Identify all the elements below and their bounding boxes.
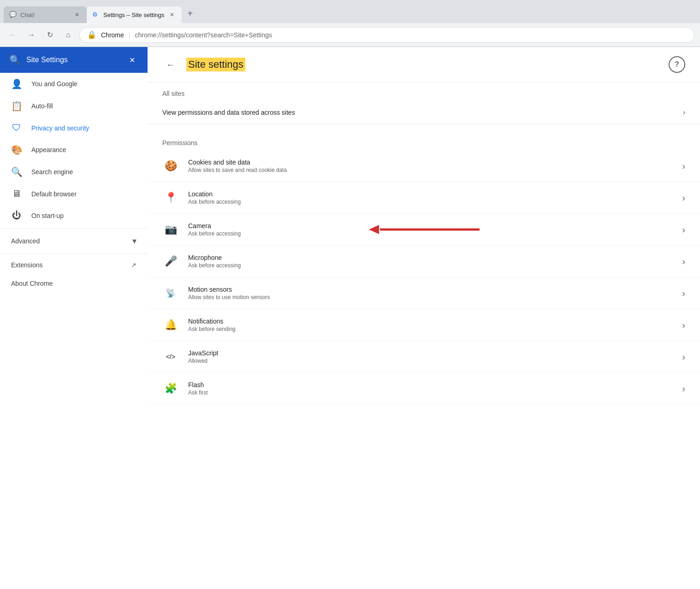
javascript-text: JavaScript Allowed: [188, 349, 673, 364]
forward-button[interactable]: →: [24, 28, 39, 42]
location-title: Location: [188, 190, 673, 198]
tab-settings-title: Settings – Site settings: [103, 12, 164, 18]
sidebar-advanced-section[interactable]: Advanced ▾: [0, 230, 148, 252]
external-link-icon: ↗: [131, 261, 136, 269]
sidebar-item-label: On start-up: [31, 212, 64, 219]
back-button[interactable]: ←: [6, 28, 20, 42]
permission-item-notifications[interactable]: 🔔 Notifications Ask before sending ›: [148, 309, 700, 341]
permission-item-microphone[interactable]: 🎤 Microphone Ask before accessing ›: [148, 246, 700, 277]
permission-item-flash[interactable]: 🧩 Flash Ask first ›: [148, 373, 700, 405]
cookies-icon: 🍪: [162, 158, 179, 174]
cookies-title: Cookies and site data: [188, 159, 673, 166]
permission-item-javascript[interactable]: </> JavaScript Allowed ›: [148, 341, 700, 373]
sidebar-divider: [0, 228, 148, 229]
permission-item-cookies[interactable]: 🍪 Cookies and site data Allow sites to s…: [148, 150, 700, 182]
notifications-chevron-icon: ›: [682, 320, 685, 330]
camera-title: Camera: [188, 222, 673, 230]
motion-subtitle: Allow sites to use motion sensors: [188, 294, 673, 300]
address-bar[interactable]: 🔒 Chrome | chrome://settings/content?sea…: [79, 27, 694, 43]
sidebar-divider-2: [0, 253, 148, 254]
reload-button[interactable]: ↻: [42, 28, 57, 42]
camera-text: Camera Ask before accessing: [188, 222, 673, 237]
content-back-button[interactable]: ←: [162, 56, 179, 73]
cookies-text: Cookies and site data Allow sites to sav…: [188, 159, 673, 173]
advanced-chevron-icon: ▾: [132, 236, 136, 246]
address-url: chrome://settings/content?search=Site+Se…: [135, 31, 272, 39]
location-chevron-icon: ›: [682, 193, 685, 203]
notifications-title: Notifications: [188, 318, 673, 325]
about-chrome-label: About Chrome: [11, 280, 53, 287]
all-sites-item[interactable]: View permissions and data stored across …: [148, 101, 700, 124]
help-icon: ?: [675, 60, 679, 69]
tab-chat-close[interactable]: ✕: [73, 11, 81, 19]
camera-icon: 📷: [162, 221, 179, 238]
javascript-subtitle: Allowed: [188, 358, 673, 364]
camera-chevron-icon: ›: [682, 224, 685, 235]
sidebar-item-you-google[interactable]: 👤 You and Google: [0, 73, 148, 95]
advanced-label: Advanced: [11, 237, 40, 245]
notifications-text: Notifications Ask before sending: [188, 318, 673, 332]
flash-icon: 🧩: [162, 380, 179, 397]
sidebar-item-label: Auto-fill: [31, 102, 53, 110]
notifications-subtitle: Ask before sending: [188, 326, 673, 332]
sidebar-item-privacy[interactable]: 🛡 Privacy and security: [0, 117, 148, 139]
settings-search-bar: 🔍 Site Settings ✕: [0, 47, 148, 73]
sidebar: 🔍 Site Settings ✕ 👤 You and Google 📋 Aut…: [0, 47, 148, 589]
permission-item-location[interactable]: 📍 Location Ask before accessing ›: [148, 182, 700, 214]
sidebar-item-about-chrome[interactable]: About Chrome: [0, 274, 148, 293]
motion-title: Motion sensors: [188, 286, 673, 293]
microphone-chevron-icon: ›: [682, 256, 685, 267]
tab-bar: 💬 Chat! ✕ ⚙ Settings – Site settings ✕ +: [0, 0, 700, 23]
sidebar-item-appearance[interactable]: 🎨 Appearance: [0, 139, 148, 161]
site-name: Chrome: [101, 31, 124, 39]
content-area: ← Site settings ? All sites View permiss…: [148, 47, 700, 589]
tab-settings[interactable]: ⚙ Settings – Site settings ✕: [87, 6, 182, 23]
sidebar-item-extensions[interactable]: Extensions ↗: [0, 256, 148, 274]
camera-subtitle: Ask before accessing: [188, 230, 673, 237]
shield-icon: 🛡: [11, 123, 22, 133]
permissions-section-label: Permissions: [148, 132, 700, 150]
microphone-subtitle: Ask before accessing: [188, 262, 673, 269]
new-tab-button[interactable]: +: [184, 7, 196, 20]
page-title: Site settings: [186, 58, 245, 71]
location-text: Location Ask before accessing: [188, 190, 673, 205]
tab-chat-title: Chat!: [20, 12, 69, 18]
tab-chat[interactable]: 💬 Chat! ✕: [4, 6, 87, 23]
sidebar-item-label: You and Google: [31, 80, 77, 88]
sidebar-item-on-startup[interactable]: ⏻ On start-up: [0, 205, 148, 226]
sidebar-item-label: Search engine: [31, 168, 73, 176]
tab-settings-close[interactable]: ✕: [168, 11, 176, 19]
help-button[interactable]: ?: [669, 56, 685, 73]
home-button[interactable]: ⌂: [61, 28, 76, 42]
sidebar-item-autofill[interactable]: 📋 Auto-fill: [0, 95, 148, 117]
startup-icon: ⏻: [11, 210, 22, 221]
microphone-text: Microphone Ask before accessing: [188, 254, 673, 269]
location-icon: 📍: [162, 189, 179, 206]
motion-chevron-icon: ›: [682, 288, 685, 299]
person-icon: 👤: [11, 78, 22, 89]
content-header-left: ← Site settings: [162, 56, 245, 73]
browser-icon: 🖥: [11, 188, 22, 199]
search-clear-button[interactable]: ✕: [125, 53, 138, 66]
search-icon: 🔍: [9, 54, 21, 65]
javascript-chevron-icon: ›: [682, 352, 685, 362]
all-sites-chevron-icon: ›: [683, 108, 685, 117]
microphone-title: Microphone: [188, 254, 673, 261]
search-input[interactable]: Site Settings: [26, 56, 120, 64]
motion-icon: 📡: [162, 285, 179, 301]
notifications-icon: 🔔: [162, 317, 179, 333]
flash-subtitle: Ask first: [188, 389, 673, 396]
javascript-title: JavaScript: [188, 349, 673, 357]
security-icon: 🔒: [87, 30, 96, 39]
sidebar-item-label: Default browser: [31, 190, 77, 198]
browser-frame: 💬 Chat! ✕ ⚙ Settings – Site settings ✕ +…: [0, 0, 700, 47]
permission-item-motion[interactable]: 📡 Motion sensors Allow sites to use moti…: [148, 277, 700, 309]
permission-item-camera[interactable]: 📷 Camera Ask before accessing ›: [148, 214, 700, 246]
sidebar-item-default-browser[interactable]: 🖥 Default browser: [0, 183, 148, 205]
flash-chevron-icon: ›: [682, 383, 685, 394]
sidebar-item-search-engine[interactable]: 🔍 Search engine: [0, 161, 148, 183]
content-header: ← Site settings ?: [148, 47, 700, 82]
sidebar-item-label: Privacy and security: [31, 124, 89, 132]
flash-text: Flash Ask first: [188, 381, 673, 396]
tab-settings-favicon: ⚙: [92, 11, 100, 18]
